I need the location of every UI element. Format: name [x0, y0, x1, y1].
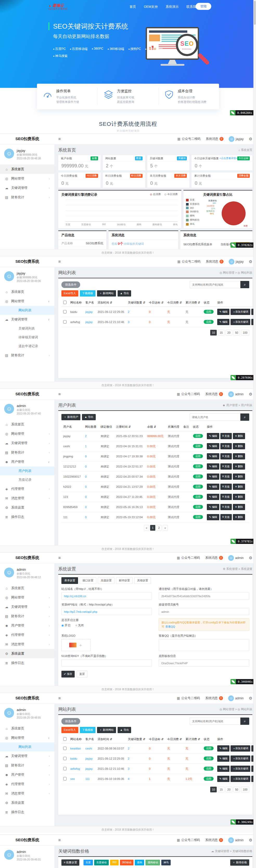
qrcode-link[interactable]: ▦公众号二维码 — [177, 556, 200, 560]
sidebar-item[interactable]: ▤财务统计‹ — [0, 761, 54, 770]
delete-button[interactable]: ✕ 删除 — [233, 453, 245, 460]
owner-link[interactable]: jayjay — [84, 764, 96, 774]
recharge-button[interactable]: ¥ 充值 — [220, 443, 232, 450]
owner-link[interactable]: jayjay — [84, 307, 96, 317]
recharge-button[interactable]: ¥ 充值 — [220, 453, 232, 460]
engine-button[interactable]: 搜狗 — [135, 860, 144, 865]
delete-button[interactable]: ✕ 删除 — [233, 443, 245, 450]
row-checkbox[interactable] — [63, 310, 66, 313]
edit-button[interactable]: ✎ 编辑 — [217, 309, 229, 315]
delete-button[interactable]: ✕ 删除 — [233, 514, 245, 520]
column-header[interactable]: 网站数量 — [83, 423, 99, 431]
sidebar-item[interactable]: ◈代理管理‹ — [0, 630, 54, 640]
edit-button[interactable]: ✎ 编辑 — [217, 755, 229, 762]
row-checkbox[interactable] — [63, 757, 66, 760]
messages-link[interactable]: 系统消息0 — [205, 838, 223, 842]
sidebar-item[interactable]: 网站列表 — [0, 306, 54, 315]
sidebar-item[interactable]: ≣操作日志 — [0, 512, 54, 522]
toolbar-button[interactable]: 下载模板 — [80, 727, 95, 733]
page-size-button[interactable]: 50 — [233, 330, 240, 336]
select-all-checkbox[interactable] — [63, 301, 66, 304]
settings-tab[interactable]: 其他设置 — [134, 577, 151, 584]
row-checkbox[interactable] — [63, 777, 66, 780]
search-button[interactable]: ⌕ — [240, 717, 249, 725]
site-link[interactable]: seo — [68, 774, 84, 784]
recharge-button[interactable]: ¥ 充值 — [220, 484, 232, 490]
menu-toggle-icon[interactable]: ≡ — [55, 137, 64, 142]
settings-tab[interactable]: 接口设置 — [80, 577, 96, 584]
messages-link[interactable]: 系统消息0 — [206, 259, 224, 264]
sidebar-item[interactable]: ◈代理管理‹ — [0, 779, 54, 789]
user-menu[interactable]: ☺admin — [228, 837, 244, 843]
column-header[interactable]: 关键词数量 ⇵ — [126, 299, 147, 307]
engine-button[interactable]: 百度移动 — [94, 860, 109, 865]
toolbar-button[interactable]: ＋ 新增网站 — [97, 290, 116, 297]
sidebar-item[interactable]: ✉消息管理‹ — [0, 494, 54, 503]
gear-icon[interactable]: ⚙ — [249, 696, 252, 701]
edit-button[interactable]: ✎ 编辑 — [207, 494, 219, 500]
add-keyword-button[interactable]: ＋添加关键词 — [230, 319, 250, 325]
column-header[interactable]: 今日达标 ⇵ — [147, 299, 165, 307]
page-button[interactable]: 2 — [157, 525, 162, 531]
recharge-button[interactable]: ¥ 充值 — [220, 463, 232, 470]
add-keyword-button[interactable]: ＋添加关键词 — [230, 745, 250, 751]
settings-tab[interactable]: 邮件设置 — [116, 577, 133, 584]
login-button[interactable]: 登陆 — [196, 3, 211, 10]
edit-button[interactable]: ✎ 编辑 — [217, 319, 229, 325]
sidebar-item[interactable]: ☁关键词管理∨ — [0, 315, 54, 324]
filter-pill-button[interactable]: 筛选条件 — [61, 718, 80, 724]
column-header[interactable]: 今日消费 ⇵ — [166, 735, 184, 744]
edit-button[interactable]: ✎ 编辑 — [207, 514, 219, 520]
column-header[interactable]: 操作 — [216, 299, 256, 307]
menu-toggle-icon[interactable]: ≡ — [55, 696, 64, 701]
recharge-button[interactable]: ¥ 充值 — [220, 473, 232, 480]
edit-button[interactable]: ✎ 编辑 — [207, 453, 219, 460]
search-button[interactable]: ⌕ — [240, 281, 249, 288]
qrcode-link[interactable]: ▦公众号二维码 — [177, 696, 200, 701]
edit-button[interactable]: ✎ 编辑 — [207, 504, 219, 510]
gear-icon[interactable]: ⚙ — [249, 392, 252, 397]
sidebar-item[interactable]: ☻用户管理‹ — [0, 621, 54, 630]
sidebar-item[interactable]: ⚙系统设置 — [0, 649, 54, 658]
column-header[interactable]: 今日消费 ⇵ — [166, 299, 184, 307]
page-size-button[interactable]: 20 — [226, 787, 232, 793]
sidebar-item[interactable]: ☁关键词管理‹ — [0, 751, 54, 761]
recharge-button[interactable]: ¥ 充值 — [220, 433, 232, 439]
api-url-input[interactable]: http://tp2.7mb.net/api/.php — [61, 608, 152, 615]
sidebar-item[interactable]: ▤财务统计‹ — [0, 350, 54, 360]
sidebar-item[interactable]: ☁关键词管理‹ — [0, 438, 54, 448]
user-menu[interactable]: ☺jayjay — [229, 259, 244, 265]
recharge-button[interactable]: ¥ 充值 — [220, 514, 232, 520]
toolbar-button[interactable]: ▲ 导出 — [118, 727, 131, 733]
add-price-button[interactable]: ＋ 新增价格 — [230, 860, 249, 866]
page-button[interactable]: » — [163, 525, 168, 531]
user-menu[interactable]: ☺admin — [228, 392, 244, 397]
edit-button[interactable]: ✎ 编辑 — [207, 473, 219, 480]
sidebar-item[interactable]: 关键词列表 — [0, 324, 54, 333]
add-keyword-button[interactable]: ＋添加关键词 — [230, 776, 250, 782]
admin-account-input[interactable]: admin — [159, 608, 249, 615]
delete-button[interactable]: ✕ 删除 — [233, 473, 245, 480]
toolbar-button[interactable]: 下载模板 — [80, 290, 95, 297]
sidebar-item[interactable]: ⌂系统首页 — [0, 583, 54, 593]
row-checkbox[interactable] — [63, 747, 66, 750]
column-header[interactable]: 累计消费 ⇵ — [184, 299, 202, 307]
add-keyword-button[interactable]: ＋添加关键词 — [230, 766, 250, 772]
sidebar-item[interactable]: ▤财务统计‹ — [0, 612, 54, 621]
search-input[interactable] — [190, 281, 240, 288]
column-header[interactable]: 添加时间 ⇵ — [96, 735, 126, 744]
edit-button[interactable]: ✎ 编辑 — [207, 443, 219, 450]
register-on-radio[interactable]: ◉ 开启 — [61, 624, 70, 627]
toolbar-button[interactable]: Excel导入 — [61, 727, 78, 733]
logo-upload[interactable]: ＋ — [61, 639, 90, 651]
settings-tab[interactable]: 基本设置 — [61, 577, 78, 584]
qq-textarea[interactable] — [159, 639, 249, 651]
column-header[interactable]: 客户名 — [84, 299, 96, 307]
edit-button[interactable]: ✎ 编辑 — [217, 766, 229, 772]
sidebar-item[interactable]: ⌂系统首页 — [0, 724, 54, 733]
page-size-button[interactable]: 15 — [218, 330, 225, 336]
sidebar-item[interactable]: ✉消息管理‹ — [0, 789, 54, 798]
page-size-button[interactable]: 10 — [210, 330, 217, 336]
column-header[interactable]: 状态 — [202, 299, 216, 307]
gear-icon[interactable]: ⚙ — [249, 259, 252, 264]
